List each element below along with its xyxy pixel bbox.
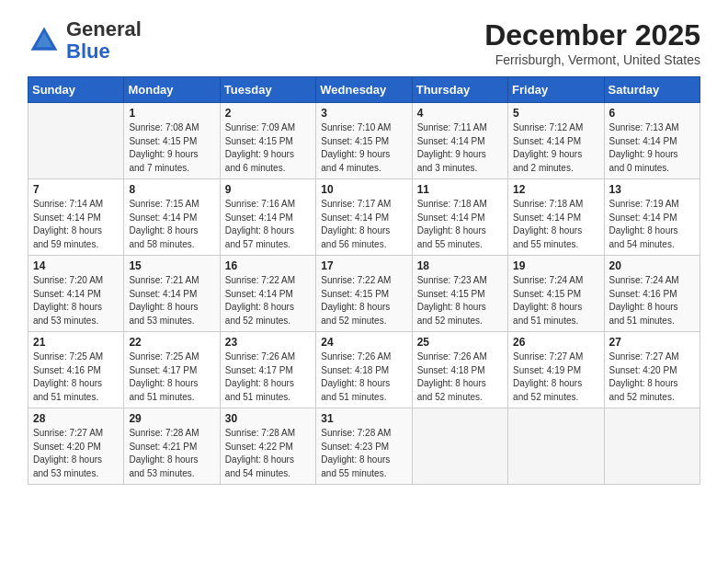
day-info: Sunrise: 7:19 AM Sunset: 4:14 PM Dayligh… — [609, 198, 695, 251]
day-number: 19 — [513, 259, 598, 272]
logo-text: General Blue — [66, 18, 142, 63]
header-cell-sunday: Sunday — [28, 77, 124, 103]
day-number: 16 — [225, 259, 311, 272]
day-info: Sunrise: 7:16 AM Sunset: 4:14 PM Dayligh… — [225, 198, 311, 251]
day-info: Sunrise: 7:27 AM Sunset: 4:19 PM Dayligh… — [513, 350, 598, 404]
day-info: Sunrise: 7:12 AM Sunset: 4:14 PM Dayligh… — [513, 121, 598, 175]
day-cell: 8Sunrise: 7:15 AM Sunset: 4:14 PM Daylig… — [124, 179, 220, 256]
logo-icon — [28, 24, 61, 57]
calendar-header: SundayMondayTuesdayWednesdayThursdayFrid… — [28, 77, 700, 103]
day-number: 28 — [33, 412, 119, 425]
day-info: Sunrise: 7:13 AM Sunset: 4:14 PM Dayligh… — [609, 121, 695, 175]
location: Ferrisburgh, Vermont, United States — [484, 52, 700, 67]
day-cell: 24Sunrise: 7:26 AM Sunset: 4:18 PM Dayli… — [316, 332, 412, 408]
day-cell: 22Sunrise: 7:25 AM Sunset: 4:17 PM Dayli… — [124, 332, 220, 408]
day-number: 30 — [225, 412, 311, 425]
day-info: Sunrise: 7:20 AM Sunset: 4:14 PM Dayligh… — [33, 274, 119, 327]
day-info: Sunrise: 7:28 AM Sunset: 4:22 PM Dayligh… — [225, 427, 311, 480]
day-cell: 26Sunrise: 7:27 AM Sunset: 4:19 PM Dayli… — [508, 332, 604, 408]
header-cell-thursday: Thursday — [412, 77, 507, 103]
day-number: 7 — [33, 183, 119, 196]
day-number: 10 — [321, 183, 406, 196]
day-cell: 13Sunrise: 7:19 AM Sunset: 4:14 PM Dayli… — [604, 179, 700, 256]
day-number: 1 — [129, 107, 214, 120]
day-number: 4 — [417, 107, 503, 120]
day-number: 21 — [33, 336, 119, 349]
day-info: Sunrise: 7:08 AM Sunset: 4:15 PM Dayligh… — [129, 121, 214, 175]
day-cell: 31Sunrise: 7:28 AM Sunset: 4:23 PM Dayli… — [316, 408, 412, 485]
day-cell: 14Sunrise: 7:20 AM Sunset: 4:14 PM Dayli… — [28, 256, 124, 332]
day-info: Sunrise: 7:18 AM Sunset: 4:14 PM Dayligh… — [417, 198, 503, 251]
month-title: December 2025 — [484, 18, 700, 52]
day-cell: 6Sunrise: 7:13 AM Sunset: 4:14 PM Daylig… — [604, 103, 700, 179]
week-row-1: 1Sunrise: 7:08 AM Sunset: 4:15 PM Daylig… — [28, 103, 700, 179]
day-cell: 23Sunrise: 7:26 AM Sunset: 4:17 PM Dayli… — [220, 332, 315, 408]
day-cell: 1Sunrise: 7:08 AM Sunset: 4:15 PM Daylig… — [124, 103, 220, 179]
day-number: 22 — [129, 336, 214, 349]
day-info: Sunrise: 7:23 AM Sunset: 4:15 PM Dayligh… — [417, 274, 503, 327]
day-cell: 12Sunrise: 7:18 AM Sunset: 4:14 PM Dayli… — [508, 179, 604, 256]
header-cell-tuesday: Tuesday — [220, 77, 315, 103]
day-info: Sunrise: 7:27 AM Sunset: 4:20 PM Dayligh… — [609, 350, 695, 404]
header-cell-monday: Monday — [124, 77, 220, 103]
day-cell: 15Sunrise: 7:21 AM Sunset: 4:14 PM Dayli… — [124, 256, 220, 332]
day-cell: 28Sunrise: 7:27 AM Sunset: 4:20 PM Dayli… — [28, 408, 124, 485]
header-cell-friday: Friday — [508, 77, 604, 103]
day-cell: 7Sunrise: 7:14 AM Sunset: 4:14 PM Daylig… — [28, 179, 124, 256]
day-info: Sunrise: 7:25 AM Sunset: 4:17 PM Dayligh… — [129, 350, 214, 404]
day-cell: 9Sunrise: 7:16 AM Sunset: 4:14 PM Daylig… — [220, 179, 315, 256]
calendar-table: SundayMondayTuesdayWednesdayThursdayFrid… — [28, 76, 700, 485]
day-info: Sunrise: 7:24 AM Sunset: 4:15 PM Dayligh… — [513, 274, 598, 327]
page-header: General Blue December 2025 Ferrisburgh, … — [28, 18, 700, 67]
day-info: Sunrise: 7:26 AM Sunset: 4:17 PM Dayligh… — [225, 350, 311, 404]
day-number: 23 — [225, 336, 311, 349]
day-info: Sunrise: 7:10 AM Sunset: 4:15 PM Dayligh… — [321, 121, 406, 175]
day-info: Sunrise: 7:21 AM Sunset: 4:14 PM Dayligh… — [129, 274, 214, 327]
day-info: Sunrise: 7:22 AM Sunset: 4:15 PM Dayligh… — [321, 274, 406, 327]
day-info: Sunrise: 7:15 AM Sunset: 4:14 PM Dayligh… — [129, 198, 214, 251]
day-cell: 30Sunrise: 7:28 AM Sunset: 4:22 PM Dayli… — [220, 408, 315, 485]
calendar-body: 1Sunrise: 7:08 AM Sunset: 4:15 PM Daylig… — [28, 103, 700, 485]
header-cell-wednesday: Wednesday — [316, 77, 412, 103]
day-info: Sunrise: 7:27 AM Sunset: 4:20 PM Dayligh… — [33, 427, 119, 480]
day-cell — [604, 408, 700, 485]
day-number: 5 — [513, 107, 598, 120]
day-number: 15 — [129, 259, 214, 272]
day-number: 14 — [33, 259, 119, 272]
day-cell — [508, 408, 604, 485]
day-number: 24 — [321, 336, 406, 349]
day-info: Sunrise: 7:24 AM Sunset: 4:16 PM Dayligh… — [609, 274, 695, 327]
day-number: 18 — [417, 259, 503, 272]
day-number: 11 — [417, 183, 503, 196]
day-info: Sunrise: 7:25 AM Sunset: 4:16 PM Dayligh… — [33, 350, 119, 404]
day-info: Sunrise: 7:18 AM Sunset: 4:14 PM Dayligh… — [513, 198, 598, 251]
day-cell: 5Sunrise: 7:12 AM Sunset: 4:14 PM Daylig… — [508, 103, 604, 179]
day-number: 20 — [609, 259, 695, 272]
day-cell: 11Sunrise: 7:18 AM Sunset: 4:14 PM Dayli… — [412, 179, 507, 256]
day-info: Sunrise: 7:26 AM Sunset: 4:18 PM Dayligh… — [417, 350, 503, 404]
day-number: 3 — [321, 107, 406, 120]
day-info: Sunrise: 7:17 AM Sunset: 4:14 PM Dayligh… — [321, 198, 406, 251]
header-cell-saturday: Saturday — [604, 77, 700, 103]
day-cell: 16Sunrise: 7:22 AM Sunset: 4:14 PM Dayli… — [220, 256, 315, 332]
day-cell: 21Sunrise: 7:25 AM Sunset: 4:16 PM Dayli… — [28, 332, 124, 408]
day-info: Sunrise: 7:11 AM Sunset: 4:14 PM Dayligh… — [417, 121, 503, 175]
day-number: 12 — [513, 183, 598, 196]
day-number: 8 — [129, 183, 214, 196]
day-info: Sunrise: 7:28 AM Sunset: 4:23 PM Dayligh… — [321, 427, 406, 480]
day-info: Sunrise: 7:22 AM Sunset: 4:14 PM Dayligh… — [225, 274, 311, 327]
day-cell — [412, 408, 507, 485]
day-cell: 25Sunrise: 7:26 AM Sunset: 4:18 PM Dayli… — [412, 332, 507, 408]
day-number: 27 — [609, 336, 695, 349]
day-number: 6 — [609, 107, 695, 120]
day-number: 2 — [225, 107, 311, 120]
header-row: SundayMondayTuesdayWednesdayThursdayFrid… — [28, 77, 700, 103]
day-cell: 29Sunrise: 7:28 AM Sunset: 4:21 PM Dayli… — [124, 408, 220, 485]
day-info: Sunrise: 7:09 AM Sunset: 4:15 PM Dayligh… — [225, 121, 311, 175]
week-row-2: 7Sunrise: 7:14 AM Sunset: 4:14 PM Daylig… — [28, 179, 700, 256]
day-cell: 19Sunrise: 7:24 AM Sunset: 4:15 PM Dayli… — [508, 256, 604, 332]
day-cell: 4Sunrise: 7:11 AM Sunset: 4:14 PM Daylig… — [412, 103, 507, 179]
logo: General Blue — [28, 18, 142, 63]
day-cell: 27Sunrise: 7:27 AM Sunset: 4:20 PM Dayli… — [604, 332, 700, 408]
day-number: 9 — [225, 183, 311, 196]
